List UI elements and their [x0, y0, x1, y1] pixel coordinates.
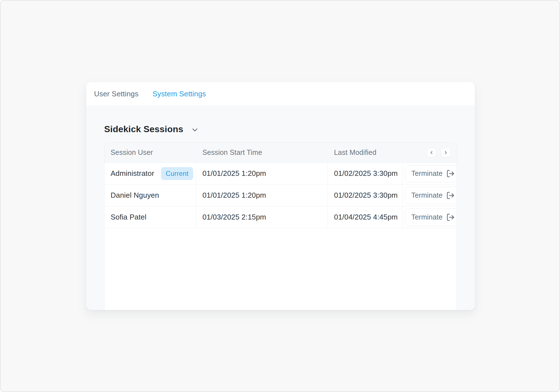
log-out-icon — [446, 213, 455, 221]
terminate-label: Terminate — [411, 169, 443, 178]
tab-bar: User Settings System Settings — [86, 82, 475, 106]
session-start-cell: 01/03/2025 2:15pm — [196, 206, 328, 228]
column-header-session-user: Session User — [104, 148, 196, 157]
table-row: Daniel Nguyen 01/01/2025 1:20pm 01/02/20… — [104, 185, 457, 206]
terminate-button[interactable]: Terminate — [405, 165, 457, 182]
session-start-cell: 01/01/2025 1:20pm — [196, 185, 328, 206]
session-start-cell: 01/01/2025 1:20pm — [196, 163, 328, 184]
last-modified-cell: 01/02/2025 3:30pm — [328, 185, 403, 206]
tab-user-settings[interactable]: User Settings — [94, 90, 139, 98]
session-user: Sofia Patel — [111, 213, 146, 221]
action-cell: Terminate — [403, 206, 457, 228]
terminate-button[interactable]: Terminate — [405, 209, 457, 226]
terminate-label: Terminate — [411, 213, 443, 221]
settings-card: User Settings System Settings Sidekick S… — [86, 82, 475, 310]
table-row: Administrator Current 01/01/2025 1:20pm … — [104, 163, 457, 185]
session-user: Administrator — [111, 169, 154, 178]
chevron-right-icon — [443, 150, 448, 155]
session-user-cell: Daniel Nguyen — [104, 185, 196, 206]
action-cell: Terminate — [403, 185, 457, 206]
tab-system-settings[interactable]: System Settings — [153, 90, 206, 98]
prev-page-button[interactable] — [427, 148, 436, 157]
system-settings-panel: Sidekick Sessions Session User Session S… — [86, 106, 475, 310]
next-page-button[interactable] — [441, 148, 451, 157]
screen: User Settings System Settings Sidekick S… — [0, 0, 560, 392]
pagination-controls — [403, 143, 457, 162]
table-row: Sofia Patel 01/03/2025 2:15pm 01/04/2025… — [104, 206, 457, 228]
log-out-icon — [446, 191, 455, 200]
table-header-row: Session User Session Start Time Last Mod… — [104, 143, 457, 163]
sessions-table: Session User Session Start Time Last Mod… — [104, 142, 457, 310]
action-cell: Terminate — [403, 163, 457, 184]
terminate-button[interactable]: Terminate — [405, 187, 457, 204]
session-user: Daniel Nguyen — [111, 191, 159, 200]
last-modified-cell: 01/04/2025 4:45pm — [328, 206, 403, 228]
last-modified-cell: 01/02/2025 3:30pm — [328, 163, 403, 184]
terminate-label: Terminate — [411, 191, 443, 199]
column-header-session-start-time: Session Start Time — [196, 148, 328, 157]
current-session-badge: Current — [161, 167, 193, 180]
chevron-left-icon — [429, 150, 434, 155]
chevron-down-icon[interactable] — [191, 125, 199, 134]
log-out-icon — [446, 169, 455, 178]
page-title: Sidekick Sessions — [104, 124, 183, 134]
session-user-cell: Sofia Patel — [104, 206, 196, 228]
section-header: Sidekick Sessions — [104, 124, 457, 134]
session-user-cell: Administrator Current — [104, 163, 196, 184]
column-header-last-modified: Last Modified — [328, 148, 403, 157]
